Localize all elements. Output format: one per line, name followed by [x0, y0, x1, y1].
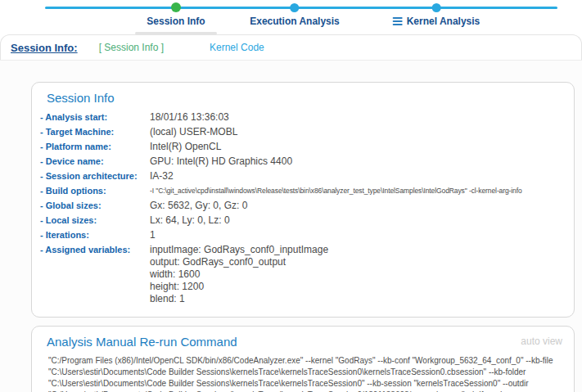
rerun-command-text: "C:/Program Files (x86)/Intel/OpenCL SDK…	[40, 355, 562, 392]
info-row-label: - Device name:	[40, 156, 147, 167]
info-row-local-sizes: - Local sizes: Lx: 64, Ly: 0, Lz: 0	[40, 215, 562, 226]
info-row-label: - Global sizes:	[40, 201, 147, 211]
info-row-label: - Local sizes:	[40, 215, 147, 226]
assigned-variable-line: inputImage: GodRays_conf0_inputImage	[150, 245, 562, 255]
info-row-device-name: - Device name: GPU: Intel(R) HD Graphics…	[40, 156, 562, 167]
info-row-value: (local) USER-MOBL	[150, 127, 562, 137]
info-row-label: - Iterations:	[40, 230, 147, 241]
step-execution-analysis[interactable]: Execution Analysis	[250, 0, 340, 27]
info-row-value: GPU: Intel(R) HD Graphics 4400	[150, 156, 562, 167]
info-row-assigned-variables: - Assigned variables: inputImage: GodRay…	[40, 245, 562, 306]
step-label-text: Kernel Analysis	[407, 16, 480, 27]
main-content: Session Info - Analysis start: 18/01/16 …	[0, 60, 582, 392]
section-tabbar: Session Info: [ Session Info ] Kernel Co…	[0, 34, 582, 61]
active-step-underline	[135, 32, 217, 34]
info-row-label: - Build options:	[40, 186, 147, 196]
info-row-platform-name: - Platform name: Intel(R) OpenCL	[40, 142, 562, 152]
session-info-card-title: Session Info	[47, 91, 562, 105]
step-dot-icon	[431, 3, 440, 12]
rerun-command-card: Analysis Manual Re-run Command auto view…	[31, 326, 575, 392]
tab-kernel-code[interactable]: Kernel Code	[210, 42, 264, 53]
info-row-label: - Analysis start:	[40, 112, 147, 123]
info-row-value: Intel(R) OpenCL	[150, 142, 562, 152]
info-row-label: - Target Machine:	[40, 127, 147, 137]
info-row-target-machine: - Target Machine: (local) USER-MOBL	[40, 127, 562, 137]
step-label-text: Execution Analysis	[250, 16, 340, 27]
info-row-label: - Platform name:	[40, 142, 147, 152]
step-label-text: Session Info	[147, 16, 205, 27]
command-line: "C:\Users\estir\Documents\Code Builder S…	[48, 378, 562, 390]
info-row-value: IA-32	[150, 171, 562, 182]
assigned-variable-line: output: GodRays_conf0_output	[150, 257, 562, 268]
assigned-variable-line: height: 1200	[150, 282, 562, 292]
section-title-link[interactable]: Session Info:	[11, 42, 78, 54]
hamburger-menu-icon	[393, 17, 403, 25]
rerun-card-title: Analysis Manual Re-run Command	[47, 335, 237, 349]
info-row-value: Lx: 64, Ly: 0, Lz: 0	[150, 215, 562, 226]
wizard-stepper: Session Info Execution Analysis Kernel A…	[0, 0, 582, 34]
info-row-value: -I "C:\git_active\cpd\install\windows\Re…	[150, 186, 562, 196]
info-row-value: 18/01/16 13:36:03	[150, 112, 562, 123]
info-row-build-options: - Build options: -I "C:\git_active\cpd\i…	[40, 186, 562, 196]
info-row-label: - Session architecture:	[40, 171, 147, 182]
info-row-analysis-start: - Analysis start: 18/01/16 13:36:03	[40, 112, 562, 123]
info-row-global-sizes: - Global sizes: Gx: 5632, Gy: 0, Gz: 0	[40, 201, 562, 211]
command-line: "C:/Program Files (x86)/Intel/OpenCL SDK…	[48, 355, 562, 367]
command-line: "C:\Users\estir\Documents\Code Builder S…	[48, 367, 562, 378]
step-kernel-analysis[interactable]: Kernel Analysis	[393, 0, 480, 27]
tab-session-info[interactable]: [ Session Info ]	[99, 42, 164, 53]
step-session-info[interactable]: Session Info	[135, 0, 217, 34]
info-row-value: 1	[150, 230, 562, 241]
assigned-variable-line: blend: 1	[150, 294, 562, 304]
assigned-variable-line: width: 1600	[150, 269, 562, 280]
step-label: Kernel Analysis	[393, 16, 480, 27]
info-row-session-architecture: - Session architecture: IA-32	[40, 171, 562, 182]
info-row-iterations: - Iterations: 1	[40, 230, 562, 241]
info-row-value: inputImage: GodRays_conf0_inputImage out…	[150, 245, 562, 306]
step-label: Execution Analysis	[250, 16, 340, 27]
auto-view-toggle[interactable]: auto view	[521, 336, 562, 347]
info-row-value: Gx: 5632, Gy: 0, Gz: 0	[150, 201, 562, 211]
rerun-card-header: Analysis Manual Re-run Command auto view	[40, 333, 562, 355]
step-label: Session Info	[135, 16, 217, 27]
info-row-label: - Assigned variables:	[40, 245, 147, 306]
step-dot-active-icon	[171, 2, 181, 12]
session-info-card: Session Info - Analysis start: 18/01/16 …	[31, 82, 575, 318]
step-dot-icon	[291, 3, 300, 12]
